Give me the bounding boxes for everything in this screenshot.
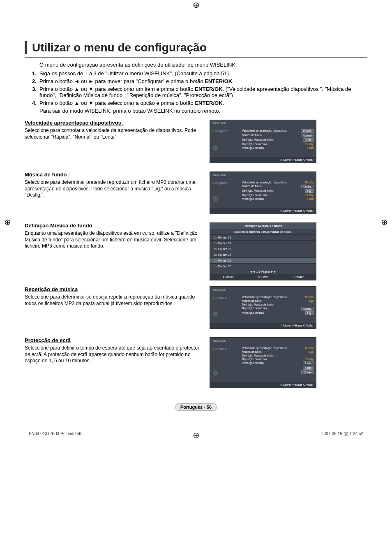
section-text-5: Seleccione para definir o tempo de esper…: [25, 345, 205, 364]
option: Deslig.: [301, 185, 314, 188]
row-label: Definição Música de fundo: [242, 189, 274, 193]
row-label: Velocidade apresentação diapositivos: [242, 181, 287, 184]
nav-bar: ⇕ Mover ⏎ Enter ⟲ Voltar: [210, 323, 316, 329]
option: Rápida: [301, 129, 314, 133]
row-label: Protecção de ecrã: [242, 197, 264, 200]
section-title-4: Repetição de música: [25, 286, 205, 292]
row-label: Repetição de música: [242, 358, 267, 361]
option: Deslig.: [301, 307, 314, 310]
brand-label: WISELINK: [210, 172, 316, 178]
row-value: : Deslig.: [304, 358, 314, 361]
step-3: 3.Prima o botão ▲ ou ▼ para seleccionar …: [25, 86, 367, 98]
screenshot-screensaver: WISELINK Configurar ⚙ Velocidade apresen…: [210, 337, 316, 388]
step-4: 4.Prima o botão ▲ ou ▼ para seleccionar …: [25, 100, 367, 106]
row-label: Repetição de música: [242, 143, 267, 146]
gear-icon: ⚙: [212, 310, 218, 318]
row-value: : Deslig.: [304, 194, 314, 197]
side-tab: Configurar: [212, 181, 228, 185]
screenshot-bg-music: WISELINK Configurar ⚙ Velocidade apresen…: [210, 171, 316, 214]
folder-row: 🗀Folder 04: [210, 252, 316, 257]
row-label: Definição Música de fundo: [242, 303, 274, 306]
folder-icon: 🗀: [212, 259, 218, 262]
footer-right: 2007-08-16 ▯▯ 1:24:52: [321, 431, 363, 436]
folder-icon: 🗀: [212, 253, 218, 257]
side-tab: Configurar: [212, 129, 228, 133]
row-label: Protecção de ecrã: [242, 146, 264, 149]
step-2: 2.Prima o botão ◄ ou ► para mover para "…: [25, 78, 367, 84]
folder-row: 🗀Folder 02: [210, 240, 316, 246]
row-label: Velocidade apresentação diapositivos: [242, 347, 287, 350]
nav-bar: ⇕ Mover ⏎ Enter ⟲ Voltar: [210, 382, 316, 388]
section-text-1: Seleccione para controlar a velocidade d…: [25, 127, 205, 140]
row-label: Velocidade apresentação diapositivos: [242, 129, 287, 133]
option: Normal: [301, 134, 314, 137]
folder-icon: 🗀: [212, 264, 218, 268]
brand-label: WISELINK: [210, 120, 316, 126]
row-label: Repetição de música: [242, 307, 267, 310]
step-1: 1.Siga os passos de 1 a 3 de "Utilizar o…: [25, 70, 367, 76]
footer-left: BN68-01312B-00Por.indd 56: [29, 431, 81, 436]
row-value: : Lig.: [308, 299, 314, 302]
section-title-2: Música de fundo :: [25, 171, 205, 178]
gear-icon: ⚙: [212, 195, 218, 203]
folder-icon: 🗀: [212, 241, 218, 245]
screenshot-slideshow-speed: WISELINK Configurar ⚙ Velocidade apresen…: [210, 120, 316, 163]
section-text-2: Seleccione para determinar pretende repr…: [25, 179, 205, 199]
folder-pager: ◄◄ 1/1 Página ►►: [210, 269, 316, 274]
gear-icon: ⚙: [212, 369, 218, 377]
option: Lig.: [305, 189, 314, 193]
option: Lenta: [303, 138, 314, 142]
folder-row: 🗀Folder 06: [210, 263, 316, 269]
row-label: Música de fundo: [242, 299, 262, 302]
crop-mark-right: ⊕: [381, 217, 388, 227]
folder-header: Definição Música de fundo: [210, 223, 316, 229]
row-value: : Rápida: [304, 296, 314, 299]
page-number-badge: Português - 56: [175, 403, 217, 411]
screenshot-bg-music-setting: Definição Música de fundo Escolha os fic…: [210, 222, 316, 280]
section-text-4: Seleccione para determinar se deseja rep…: [25, 294, 205, 307]
nav-bar: ⇕ Mover ⏎ Enter ⟲ Voltar: [210, 157, 316, 163]
section-text-3: Enquanto uma apresentação de diapositivo…: [25, 230, 205, 250]
brand-label: WISELINK: [210, 287, 316, 293]
row-label: Música de fundo: [242, 350, 262, 353]
row-value: : Rápida: [304, 181, 314, 184]
section-title-5: Protecção de ecrã: [25, 337, 205, 343]
crop-mark-bottom: ⊕: [193, 430, 200, 440]
folder-row: 🗀Folder 03: [210, 246, 316, 252]
folder-row-selected: 🗀Folder 05: [210, 257, 316, 263]
intro-text: O menu de configuração apresenta as defi…: [39, 62, 367, 68]
row-label: Repetição de música: [242, 194, 267, 197]
option: 1 min: [303, 361, 314, 365]
row-value: : 5 min: [305, 146, 314, 149]
page-title: Utilizar o menu de configuração: [32, 41, 367, 54]
row-label: Protecção de ecrã: [242, 361, 264, 365]
row-value: : 5 min: [305, 197, 314, 200]
brand-label: WISELINK: [210, 338, 316, 344]
row-value: : Deslig.: [304, 143, 314, 146]
row-value: : Lig.: [308, 350, 314, 353]
crop-mark-top: ⊕: [193, 0, 200, 10]
nav-bar: ⇕ Mover ⏎ Enter ⟲ Voltar: [210, 208, 316, 214]
folder-row: 🗀Folder 01: [210, 234, 316, 240]
section-title-3: Definição Música de fundo: [25, 222, 205, 229]
screenshot-music-repeat: WISELINK Configurar ⚙ Velocidade apresen…: [210, 286, 316, 329]
row-label: Definição Música de fundo: [242, 138, 274, 142]
row-label: Velocidade apresentação diapositivos: [242, 296, 287, 299]
folder-icon: 🗀: [212, 247, 218, 251]
option: Lig.: [305, 311, 314, 315]
folder-icon: 🗀: [212, 236, 218, 239]
folder-subtitle: Escolha os ficheiros para a música de fu…: [210, 229, 316, 234]
folder-nav: ⇕ Mover⏎ Enter⟲ Voltar: [210, 274, 316, 280]
row-label: Definição Música de fundo: [242, 354, 274, 357]
title-rule: [25, 57, 367, 58]
row-value: : Rápida: [304, 347, 314, 350]
crop-mark-left: ⊕: [4, 217, 11, 227]
row-label: Protecção de ecrã: [242, 311, 264, 315]
section-title-1: Velocidade apresentação diapositivos:: [25, 120, 205, 126]
option: 10 min: [301, 371, 314, 374]
gear-icon: ⚙: [212, 144, 218, 152]
side-tab: Configurar: [212, 296, 228, 299]
option: 5 min: [303, 366, 314, 370]
row-label: Música de fundo: [242, 134, 262, 137]
step-4-extra: Para sair do modo WISELINK, prima o botã…: [39, 108, 367, 114]
